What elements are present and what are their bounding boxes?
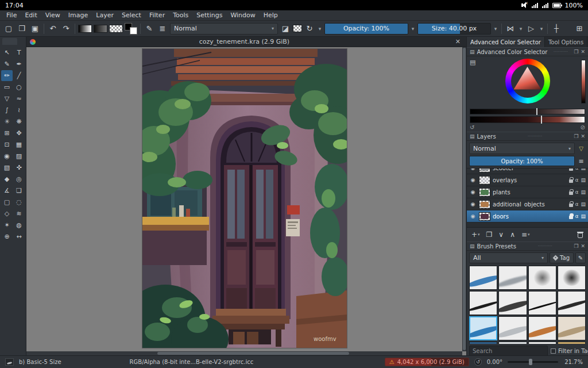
layer-options-menu-icon[interactable]: ≡ (577, 158, 586, 165)
search-input[interactable] (469, 346, 548, 356)
layer-visibility-icon[interactable]: ◉ (469, 189, 477, 195)
tool-rectangle[interactable]: ▭ (1, 82, 13, 93)
layer-style-icon[interactable]: ▤ (581, 177, 586, 183)
brush-preset[interactable] (498, 266, 527, 290)
size-slider[interactable]: Size: 40.00 px (417, 23, 491, 34)
brush-preset[interactable] (558, 291, 586, 315)
layer-style-icon[interactable]: ▤ (581, 201, 586, 207)
tool-text[interactable]: T (13, 47, 25, 58)
snap-settings-button[interactable]: ┼ (551, 22, 562, 35)
close-docker-icon[interactable]: ✕ (581, 133, 585, 139)
gradient-chooser-secondary[interactable] (94, 25, 107, 33)
tool-similar-select[interactable]: ◍ (13, 220, 25, 231)
vertical-scrollbar[interactable] (462, 47, 466, 351)
blend-mode-dropdown[interactable]: Normal ▾ (170, 23, 278, 34)
brush-option-lines-button[interactable]: ≣ (157, 22, 168, 35)
close-docker-icon[interactable]: ✕ (581, 243, 585, 249)
tool-move[interactable]: ✥ (13, 128, 25, 139)
add-layer-button[interactable]: +▾ (471, 231, 480, 239)
menu-layer[interactable]: Layer (92, 10, 118, 20)
lock-icon[interactable] (569, 168, 573, 171)
gradient-handle[interactable] (541, 116, 542, 124)
tab-advanced-color-selector[interactable]: Advanced Color Selector (467, 37, 545, 47)
brush-preset[interactable] (528, 266, 556, 290)
layer-blend-mode-dropdown[interactable]: Normal ▾ (469, 143, 575, 154)
tool-freehand-brush[interactable]: ✏ (1, 70, 13, 81)
eraser-mode-button[interactable]: ◪ (280, 22, 291, 35)
reset-rotation-button[interactable]: ↺ (474, 358, 482, 366)
float-docker-icon[interactable]: ❐ (574, 133, 578, 139)
tool-calligraphy[interactable]: ✒ (13, 59, 25, 70)
tool-smart-patch[interactable]: ✜ (13, 162, 25, 173)
size-caret[interactable]: ▾ (493, 22, 498, 35)
new-document-button[interactable]: ▢ (3, 22, 14, 35)
tool-reference-images[interactable]: ❏ (13, 185, 25, 196)
layer-filter-icon[interactable]: ▽ (577, 145, 586, 152)
layer-style-icon[interactable]: ▤ (581, 213, 586, 219)
tool-transform[interactable]: ⊞ (1, 128, 13, 139)
toolbox-tab-handle[interactable] (2, 38, 17, 45)
brush-preset[interactable] (528, 291, 556, 315)
color-selector-settings-icon[interactable]: ▤ (470, 59, 475, 66)
brush-preset[interactable] (469, 342, 497, 344)
layer-properties-button[interactable]: ≡▾ (521, 231, 530, 239)
reload-preset-button[interactable]: ↻ (304, 22, 315, 35)
opacity-caret[interactable]: ▾ (410, 22, 416, 35)
float-docker-icon[interactable]: ❐ (574, 49, 578, 55)
lock-icon[interactable] (569, 179, 573, 183)
color-gradient-bar[interactable] (470, 116, 585, 123)
block-icon[interactable]: ⊘ (581, 124, 585, 131)
pattern-chooser[interactable] (109, 25, 123, 33)
layer-row-overlays[interactable]: ◉ overlays α ▤ (467, 174, 588, 186)
menu-image[interactable]: Image (64, 10, 92, 20)
open-document-button[interactable]: ❒ (16, 22, 28, 35)
alpha-icon[interactable]: α (575, 177, 579, 183)
menu-file[interactable]: File (2, 10, 21, 20)
move-layer-up-button[interactable]: ∧ (510, 231, 515, 239)
undo-button[interactable]: ↶ (47, 22, 59, 35)
save-button[interactable]: ▣ (29, 22, 41, 35)
preserve-alpha-button[interactable] (293, 25, 302, 32)
move-layer-down-button[interactable]: ∨ (498, 231, 504, 239)
brush-preset-eraser[interactable] (469, 266, 497, 290)
edit-tag-button[interactable]: ✎ (575, 252, 586, 263)
zoom-slider[interactable] (508, 361, 558, 363)
tool-line[interactable]: ╱ (13, 70, 25, 81)
tool-crop[interactable]: ⊡ (1, 139, 13, 150)
tool-edit-shapes[interactable]: ✎ (1, 59, 13, 70)
tool-pattern-edit[interactable]: ▨ (13, 151, 25, 162)
filter-in-tag-toggle[interactable]: Filter in Tag (551, 348, 588, 354)
close-docker-icon[interactable]: ✕ (581, 49, 585, 55)
brush-preset[interactable] (498, 342, 527, 344)
menu-tools[interactable]: Tools (169, 10, 192, 20)
refresh-colors-icon[interactable]: ↺ (470, 124, 474, 131)
alpha-icon[interactable]: α (575, 213, 579, 219)
alpha-icon[interactable]: α (575, 201, 579, 207)
vertical-scrollbar-thumb[interactable] (463, 48, 466, 350)
layer-style-icon[interactable]: ▤ (581, 168, 586, 171)
tag-button[interactable]: Tag (550, 252, 574, 263)
gradient-handle[interactable] (536, 108, 537, 115)
value-gradient-bar[interactable] (470, 109, 585, 114)
tool-measure[interactable]: ∡ (1, 185, 13, 196)
memory-usage-badge[interactable]: ⚠ 4,042 x 6,000 (2.9 GiB) (385, 358, 469, 366)
layer-visibility-icon[interactable]: ◉ (469, 213, 477, 219)
tool-ellipse-select[interactable]: ◌ (13, 197, 25, 208)
opacity-slider[interactable]: Opacity: 100% (324, 23, 408, 34)
brush-preset[interactable] (498, 291, 527, 315)
tool-rect-select[interactable]: ▢ (1, 197, 13, 208)
brush-preset[interactable] (469, 291, 497, 315)
document-tab-title[interactable]: cozy_tenement.kra (2.9 GiB) (39, 38, 450, 45)
brush-preset-selected[interactable] (469, 316, 497, 340)
tool-contiguous-select[interactable]: ✶ (1, 220, 13, 231)
zoom-level-value[interactable]: 21.7% (563, 359, 583, 365)
brush-options-caret[interactable]: ▾ (317, 22, 323, 35)
lock-icon[interactable] (569, 204, 573, 207)
gradient-chooser[interactable] (78, 25, 92, 33)
zoom-slider-handle[interactable] (529, 359, 532, 365)
tool-fill[interactable]: ◆ (1, 174, 13, 185)
tool-gradient[interactable]: ▦ (13, 139, 25, 150)
close-document-icon[interactable]: ✕ (453, 38, 463, 45)
tool-zoom[interactable]: ⊕ (1, 231, 13, 242)
layer-visibility-icon[interactable]: ◉ (469, 201, 477, 207)
